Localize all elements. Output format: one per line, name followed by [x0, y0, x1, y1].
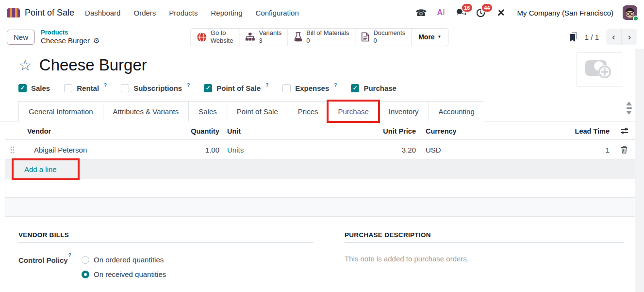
header-quantity[interactable]: Quantity [170, 127, 223, 135]
purchase-description-title: PURCHASE DESCRIPTION [345, 231, 624, 243]
menu-orders[interactable]: Orders [133, 9, 156, 17]
breadcrumb-current: Cheese Burger [41, 36, 90, 45]
wrench-screwdriver-icon [496, 8, 506, 17]
menu-configuration[interactable]: Configuration [256, 9, 299, 17]
sitemap-icon [246, 33, 255, 42]
voip-phone-icon[interactable]: ☎ [416, 7, 427, 18]
tab-accounting[interactable]: Accounting [429, 101, 484, 121]
pager-next-button[interactable]: › [622, 29, 637, 45]
tab-general-information[interactable]: General Information [18, 101, 103, 121]
control-panel: New Products Cheese Burger ⚙ Go to Websi… [0, 25, 644, 49]
header-currency[interactable]: Currency [420, 127, 463, 135]
product-form-sheet: ☆ Cheese Burger ✓ Sales Rental ? [0, 49, 644, 278]
checkbox-point-of-sale[interactable]: ✓ Point of Sale ? [204, 84, 268, 92]
app-name[interactable]: Point of Sale [25, 8, 74, 18]
bookmark-icon[interactable] [569, 32, 578, 42]
header-vendor[interactable]: Vendor [19, 127, 170, 135]
product-image-placeholder[interactable] [577, 52, 622, 86]
bill-of-materials-label: Bill of Materials [306, 29, 349, 37]
control-policy-options: On ordered quantities On received quanti… [82, 256, 166, 278]
checkbox-unchecked-icon [64, 84, 72, 92]
documents-stat-button[interactable]: Documents 0 [355, 29, 412, 46]
tab-inventory[interactable]: Inventory [379, 101, 429, 121]
radio-on-ordered[interactable]: On ordered quantities [82, 256, 166, 264]
go-to-website-label-1: Go to [211, 29, 233, 37]
checkbox-sales[interactable]: ✓ Sales [18, 84, 50, 92]
unit-link[interactable]: Units [227, 146, 244, 154]
menu-reporting[interactable]: Reporting [211, 9, 243, 17]
checkbox-expenses[interactable]: Expenses ? [282, 84, 337, 92]
help-marker: ? [104, 83, 107, 88]
add-line-row: Add a line [5, 160, 635, 179]
drag-handle[interactable] [5, 146, 19, 154]
bill-of-materials-stat-button[interactable]: Bill of Materials 0 [288, 29, 355, 46]
document-icon [361, 32, 369, 42]
checkbox-unchecked-icon [121, 84, 129, 92]
gear-icon[interactable]: ⚙ [93, 37, 99, 44]
odoo-window: Point of Sale Dashboard Orders Products … [0, 0, 644, 292]
messages-badge: 16 [462, 4, 473, 12]
tab-point-of-sale[interactable]: Point of Sale [227, 101, 288, 121]
help-marker: ? [265, 83, 268, 88]
scroll-spinner[interactable] [626, 102, 632, 115]
grip-dots-icon [10, 146, 15, 154]
table-header-row: Vendor Quantity Unit Unit Price Currency… [5, 122, 635, 140]
navbar-systray: ☎ AI 16 44 [416, 5, 637, 20]
variants-label: Variants [259, 29, 282, 37]
radio-on-received[interactable]: On received quantities [82, 270, 166, 278]
sliders-icon [620, 127, 628, 135]
availability-checkboxes: ✓ Sales Rental ? Subscriptions ? ✓ Point… [18, 81, 644, 95]
spinner-down-icon[interactable] [626, 111, 632, 115]
cell-quantity[interactable]: 1.00 [170, 146, 223, 154]
menu-dashboard[interactable]: Dashboard [85, 9, 120, 17]
company-switcher[interactable]: My Company (San Francisco) [517, 9, 613, 17]
variants-stat-button[interactable]: Variants 3 [240, 29, 288, 46]
checkbox-rental[interactable]: Rental ? [64, 84, 107, 92]
go-to-website-button[interactable]: Go to Website [191, 29, 240, 46]
tab-prices[interactable]: Prices [288, 101, 328, 121]
header-unit-price[interactable]: Unit Price [281, 127, 420, 135]
activities-icon[interactable]: 44 [476, 7, 486, 18]
cell-unit-price[interactable]: 3.20 [281, 146, 420, 154]
debug-tools-icon[interactable] [495, 7, 506, 18]
tab-attributes-variants[interactable]: Attributes & Variants [103, 101, 189, 121]
vendor-pricelist-table: Vendor Quantity Unit Unit Price Currency… [5, 122, 635, 179]
checkbox-purchase[interactable]: ✓ Purchase [351, 84, 396, 92]
header-lead-time[interactable]: Lead Time [463, 127, 613, 135]
checkbox-checked-icon: ✓ [204, 84, 212, 92]
add-a-line-link[interactable]: Add a line [24, 165, 57, 173]
optional-columns-button[interactable] [619, 126, 629, 136]
pos-app-logo-icon[interactable] [7, 8, 20, 17]
title-row: ☆ Cheese Burger [0, 49, 644, 77]
purchase-description-input[interactable]: This note is added to purchase orders. [345, 255, 624, 263]
tab-purchase[interactable]: Purchase [328, 101, 378, 121]
bookmark-glyph [569, 32, 578, 42]
favorite-star-icon[interactable]: ☆ [18, 58, 32, 73]
cell-vendor[interactable]: Abigail Peterson [19, 146, 170, 154]
spinner-up-icon[interactable] [626, 102, 632, 105]
messages-icon[interactable]: 16 [456, 7, 466, 18]
pager-counter: 1 / 1 [585, 33, 599, 41]
header-unit[interactable]: Unit [223, 127, 281, 135]
delete-row-button[interactable] [620, 145, 628, 155]
pager-previous-button[interactable]: ‹ [606, 29, 622, 45]
breadcrumb-products-link[interactable]: Products [41, 29, 99, 36]
vendor-row[interactable]: Abigail Peterson 1.00 Units 3.20 USD 1 [5, 140, 635, 160]
right-gutter [635, 49, 644, 292]
pager-buttons: ‹ › [606, 29, 637, 45]
radio-selected-icon [82, 271, 89, 278]
user-avatar[interactable] [623, 5, 637, 20]
product-title[interactable]: Cheese Burger [39, 56, 147, 74]
new-button[interactable]: New [7, 30, 35, 45]
cell-lead-time[interactable]: 1 [463, 146, 613, 154]
tab-sales[interactable]: Sales [188, 101, 227, 121]
cell-currency[interactable]: USD [420, 146, 463, 154]
more-button[interactable]: More ▼ [412, 29, 448, 46]
globe-icon [197, 32, 207, 42]
main-menu: Dashboard Orders Products Reporting Conf… [85, 9, 299, 17]
top-navbar: Point of Sale Dashboard Orders Products … [0, 0, 644, 25]
ai-assistant-icon[interactable]: AI [436, 7, 446, 18]
checkbox-subscriptions[interactable]: Subscriptions ? [121, 84, 190, 92]
menu-products[interactable]: Products [169, 9, 198, 17]
bill-of-materials-count: 0 [306, 37, 349, 45]
